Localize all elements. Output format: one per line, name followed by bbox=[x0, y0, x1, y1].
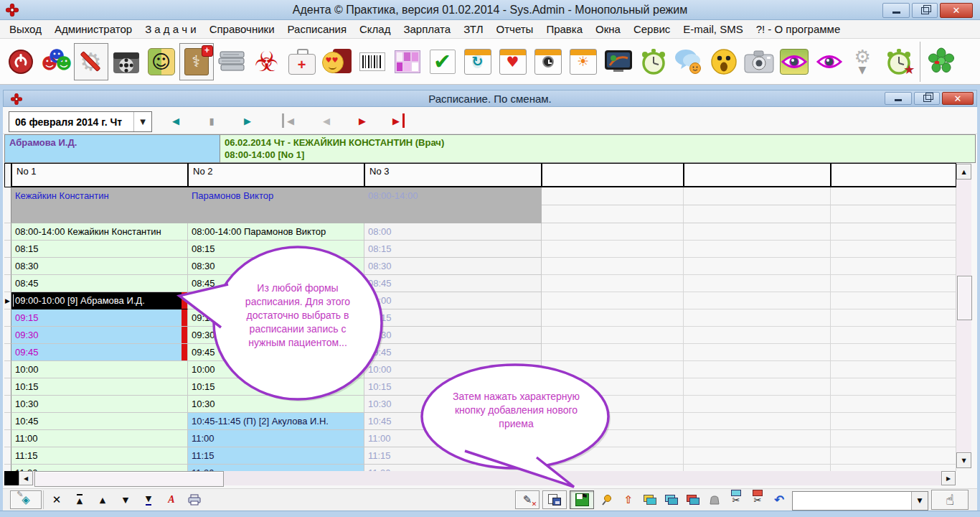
eye-button[interactable] bbox=[811, 42, 847, 82]
alarm-clock-button[interactable] bbox=[636, 42, 671, 82]
schedule-cell-col2-row0[interactable]: 08:00-14:00 Парамонов Виктор bbox=[188, 223, 364, 241]
schedule-cell-empty[interactable] bbox=[542, 241, 684, 258]
schedule-cell-empty[interactable] bbox=[684, 430, 831, 447]
schedule-cell-empty[interactable] bbox=[542, 309, 684, 327]
menu-item-0[interactable]: Выход bbox=[3, 20, 48, 38]
schedule-cell-empty[interactable] bbox=[831, 309, 956, 327]
schedule-cell-empty[interactable] bbox=[542, 447, 684, 465]
schedule-cell-empty[interactable] bbox=[684, 396, 831, 413]
schedule-cell-empty[interactable] bbox=[542, 396, 684, 413]
next-record-button[interactable]: ▶ bbox=[354, 113, 371, 128]
go-up-button[interactable]: ▲ bbox=[93, 490, 112, 509]
cut-button[interactable]: ✂ bbox=[726, 490, 746, 509]
scroll-down-button[interactable]: ▼ bbox=[956, 452, 971, 468]
shift-header-cell[interactable]: 06.02.2014 Чт - КЕЖАЙКИН КОНСТАНТИН (Вра… bbox=[220, 134, 976, 163]
undo-button[interactable]: ↶ bbox=[769, 490, 789, 509]
chevron-down-icon[interactable]: ▼ bbox=[133, 112, 151, 131]
next-shift-button[interactable]: ▶ bbox=[239, 113, 256, 128]
schedule-cell-empty[interactable] bbox=[542, 275, 684, 292]
schedule-cell-col2-row13[interactable]: 11:15 bbox=[188, 447, 364, 465]
schedule-cell-empty[interactable] bbox=[684, 241, 831, 258]
chevron-down-icon[interactable]: ▼ bbox=[911, 492, 928, 510]
edit-record-button[interactable]: ✎✕ bbox=[515, 490, 540, 509]
schedule-cell-col3-row3[interactable]: 08:45 bbox=[364, 275, 542, 292]
schedule-cell-empty[interactable] bbox=[684, 361, 831, 378]
vertical-scroll-thumb[interactable] bbox=[957, 276, 972, 320]
schedule-cell-col1-row11[interactable]: 10:45 bbox=[11, 413, 188, 430]
schedule-cell-col2-row8[interactable]: 10:00 bbox=[188, 361, 364, 378]
schedule-cell-col1-row3[interactable]: 08:45 bbox=[11, 275, 188, 292]
prev-record-button[interactable]: ◀ bbox=[318, 113, 335, 128]
schedule-cell-empty[interactable] bbox=[542, 258, 684, 275]
schedule-cell-col3-row2[interactable]: 08:30 bbox=[364, 258, 542, 275]
schedule-cell-empty[interactable] bbox=[831, 258, 956, 275]
go-down-button[interactable]: ▼ bbox=[116, 490, 135, 509]
add-record-button[interactable] bbox=[542, 490, 567, 509]
schedule-cell-empty[interactable] bbox=[831, 275, 956, 292]
schedule-cell-col3-row8[interactable]: 10:00 bbox=[364, 361, 542, 378]
power-exit-button[interactable] bbox=[3, 42, 38, 82]
schedule-cell-col2-row2[interactable]: 08:30 bbox=[188, 258, 364, 275]
schedule-grid-button[interactable] bbox=[390, 42, 425, 82]
patient-header-cell[interactable]: Абрамова И.Д. bbox=[4, 134, 220, 163]
schedule-cell-empty[interactable] bbox=[831, 465, 956, 471]
print-button[interactable] bbox=[185, 490, 204, 509]
schedule-cell-col1-row1[interactable]: 08:15 bbox=[11, 241, 188, 258]
export-pdf-button[interactable]: A bbox=[162, 490, 181, 509]
finder-face-button[interactable]: ☺ bbox=[143, 42, 179, 82]
schedule-cell-col3-row6[interactable]: 09:30 bbox=[364, 327, 542, 344]
schedule-cell-empty[interactable] bbox=[542, 413, 684, 430]
medical-card-button[interactable]: ⚕+ bbox=[179, 42, 214, 82]
schedule-cell-col1-row0[interactable]: 08:00-14:00 Кежайкин Константин bbox=[11, 223, 188, 241]
schedule-cell-col1-row4[interactable]: 09:00-10:00 [9] Абрамова И.Д. bbox=[11, 292, 188, 309]
schedule-cell-col1-row14[interactable]: 11:30 bbox=[11, 465, 188, 471]
menu-item-2[interactable]: З а д а ч и bbox=[138, 20, 203, 38]
surprised-smiley-button[interactable] bbox=[706, 42, 741, 82]
schedule-cell-empty[interactable] bbox=[831, 378, 956, 396]
schedule-cell-empty[interactable] bbox=[684, 292, 831, 309]
calendar-clock-button[interactable] bbox=[530, 42, 565, 82]
menu-item-11[interactable]: Сервис bbox=[627, 20, 677, 38]
schedule-cell-col3-row14[interactable]: 11:30 bbox=[364, 465, 542, 471]
schedule-cell-col1-row8[interactable]: 10:00 bbox=[11, 361, 188, 378]
add-appointment-button[interactable]: ⚑ bbox=[570, 490, 594, 509]
schedule-cell-empty[interactable] bbox=[831, 344, 956, 361]
schedule-cell-empty[interactable] bbox=[831, 447, 956, 465]
menu-item-13[interactable]: ?! - О программе bbox=[750, 20, 847, 38]
schedule-restore-button[interactable] bbox=[914, 92, 940, 105]
menu-item-9[interactable]: Правка bbox=[540, 20, 589, 38]
users-button[interactable]: ☻☻☻ bbox=[38, 42, 73, 82]
schedule-cell-empty[interactable] bbox=[542, 327, 684, 344]
go-top-button[interactable]: ▲ bbox=[70, 490, 89, 509]
schedule-minimize-button[interactable] bbox=[885, 92, 912, 105]
schedule-cell-col2-row9[interactable]: 10:15 bbox=[188, 378, 364, 396]
eye-green-button[interactable] bbox=[776, 42, 811, 82]
schedule-cell-empty[interactable] bbox=[831, 241, 956, 258]
schedule-cell-col1-row13[interactable]: 11:15 bbox=[11, 447, 188, 465]
last-record-button[interactable]: ▶ bbox=[390, 113, 405, 128]
schedule-cell-empty[interactable] bbox=[542, 430, 684, 447]
scroll-right-button[interactable]: ▶ bbox=[941, 471, 956, 485]
schedule-cell-empty[interactable] bbox=[831, 430, 956, 447]
schedule-cell-empty[interactable] bbox=[684, 378, 831, 396]
chat-bubbles-button[interactable] bbox=[671, 42, 706, 82]
icq-flower-button[interactable] bbox=[923, 42, 958, 82]
love-smiley-button[interactable]: ♥♥ bbox=[319, 42, 354, 82]
schedule-cell-col1-row12[interactable]: 11:00 bbox=[11, 430, 188, 447]
menu-item-8[interactable]: Отчеты bbox=[490, 20, 540, 38]
schedule-cell-empty[interactable] bbox=[684, 327, 831, 344]
restore-button[interactable] bbox=[912, 3, 938, 18]
schedule-close-button[interactable]: ✕ bbox=[942, 92, 974, 105]
schedule-cell-empty[interactable] bbox=[684, 223, 831, 241]
appointment-combobox[interactable]: ▼ bbox=[792, 491, 928, 511]
move-up-button[interactable]: ⇧ bbox=[618, 490, 639, 509]
band-doctor-2[interactable]: Парамонов Виктор bbox=[188, 187, 364, 223]
schedule-cell-col2-row5[interactable]: 09:15 bbox=[188, 309, 364, 327]
card-yellow-button[interactable] bbox=[640, 490, 660, 509]
schedule-cell-empty[interactable] bbox=[542, 344, 684, 361]
schedule-cell-col3-row10[interactable]: 10:30 bbox=[364, 396, 542, 413]
schedule-cell-col1-row2[interactable]: 08:30 bbox=[11, 258, 188, 275]
schedule-cell-empty[interactable] bbox=[831, 223, 956, 241]
schedule-cell-col1-row5[interactable]: 09:15 bbox=[11, 309, 188, 327]
schedule-cell-empty[interactable] bbox=[831, 292, 956, 309]
